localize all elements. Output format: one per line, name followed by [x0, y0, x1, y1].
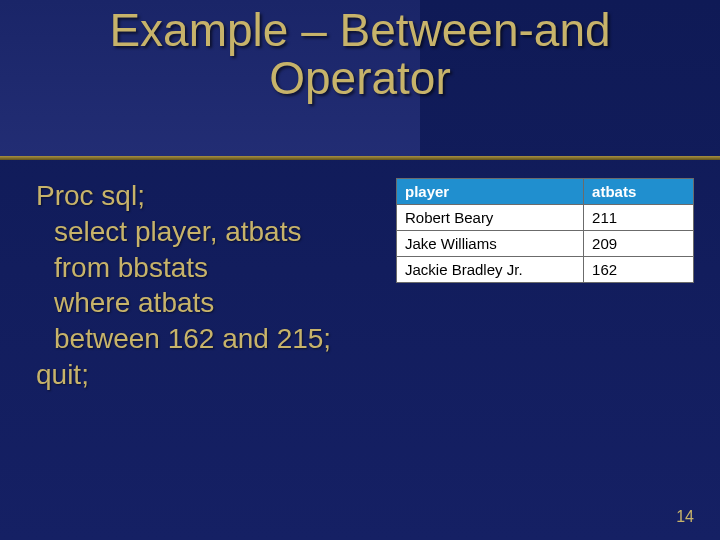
- code-line: where atbats: [36, 285, 376, 321]
- code-block: Proc sql; select player, atbats from bbs…: [36, 178, 376, 393]
- cell-player: Jackie Bradley Jr.: [397, 257, 584, 283]
- cell-player: Robert Beary: [397, 205, 584, 231]
- table-header-row: player atbats: [397, 179, 694, 205]
- code-line: Proc sql;: [36, 178, 376, 214]
- code-line: from bbstats: [36, 250, 376, 286]
- title-line-1: Example – Between-and: [109, 4, 610, 56]
- table-row: Jake Williams 209: [397, 231, 694, 257]
- code-line: between 162 and 215;: [36, 321, 376, 357]
- slide-title: Example – Between-and Operator: [0, 6, 720, 103]
- code-line: select player, atbats: [36, 214, 376, 250]
- slide: Example – Between-and Operator Proc sql;…: [0, 0, 720, 540]
- title-underline: [0, 156, 720, 160]
- table-row: Robert Beary 211: [397, 205, 694, 231]
- cell-atbats: 209: [584, 231, 694, 257]
- col-header-atbats: atbats: [584, 179, 694, 205]
- table-row: Jackie Bradley Jr. 162: [397, 257, 694, 283]
- cell-atbats: 162: [584, 257, 694, 283]
- col-header-player: player: [397, 179, 584, 205]
- title-line-2: Operator: [269, 52, 451, 104]
- result-table: player atbats Robert Beary 211 Jake Will…: [396, 178, 694, 283]
- cell-player: Jake Williams: [397, 231, 584, 257]
- page-number: 14: [676, 508, 694, 526]
- code-line: quit;: [36, 357, 376, 393]
- cell-atbats: 211: [584, 205, 694, 231]
